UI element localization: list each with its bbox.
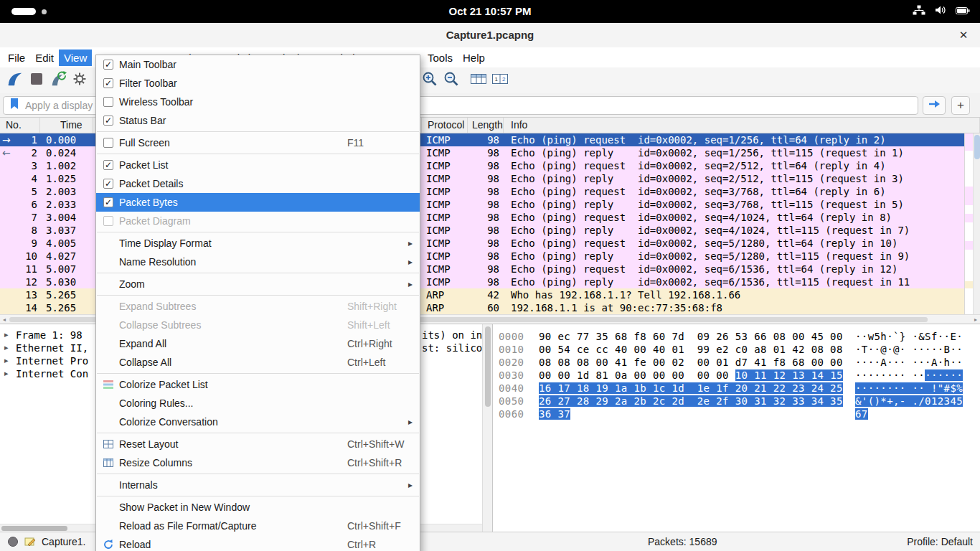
restart-capture-button[interactable] xyxy=(47,70,69,90)
add-filter-button[interactable]: + xyxy=(951,96,970,115)
expert-info-icon[interactable] xyxy=(7,536,19,547)
system-top-bar: Oct 21 10:57 PM xyxy=(0,0,980,23)
menu-item-label: Status Bar xyxy=(119,115,166,126)
scroll-left-arrow-icon[interactable]: ◂ xyxy=(3,316,6,323)
checkbox-checked-icon: ✓ xyxy=(103,78,113,88)
cell-length: 98 xyxy=(468,250,504,263)
view-menu-item-reload[interactable]: ReloadCtrl+R xyxy=(96,535,420,551)
clock[interactable]: Oct 21 10:57 PM xyxy=(0,0,980,23)
bytes-row[interactable]: 005026 27 28 29 2a 2b 2c 2d 2e 2f 30 31 … xyxy=(499,395,980,408)
normal-size-button[interactable]: 12 xyxy=(489,70,511,90)
bytes-row[interactable]: 001000 54 ce cc 40 00 40 01 99 e2 c0 a8 … xyxy=(499,343,980,356)
view-menu-item-zoom[interactable]: Zoom▸ xyxy=(96,275,420,293)
menubar-item-view[interactable]: View xyxy=(59,50,92,66)
details-vscrollbar[interactable] xyxy=(482,324,492,532)
cell-info: Echo (ping) request id=0x0002, seq=5/128… xyxy=(504,237,980,250)
column-header-info[interactable]: Info xyxy=(504,118,980,133)
cell-no: 7 xyxy=(0,211,40,224)
view-menu-item-main-toolbar[interactable]: ✓Main Toolbar xyxy=(96,55,420,74)
expander-icon[interactable]: ▸ xyxy=(4,329,9,342)
view-menu-item-filter-toolbar[interactable]: ✓Filter Toolbar xyxy=(96,74,420,93)
cell-time: 2.033 xyxy=(40,198,93,211)
bytes-row[interactable]: 003000 00 1d 81 0a 00 00 00 00 00 10 11 … xyxy=(499,369,980,382)
view-menu-item-packet-diagram[interactable]: Packet Diagram xyxy=(96,212,420,230)
menubar-item-edit[interactable]: Edit xyxy=(30,50,59,66)
cell-no: 12 xyxy=(0,276,40,288)
view-menu-item-wireless-toolbar[interactable]: Wireless Toolbar xyxy=(96,93,420,111)
expander-icon[interactable]: ▸ xyxy=(4,367,9,380)
packet-minimap[interactable] xyxy=(965,133,973,314)
column-header-length[interactable]: Length xyxy=(468,118,504,133)
capture-options-button[interactable] xyxy=(69,70,90,90)
view-menu-item-coloring-rules[interactable]: Coloring Rules... xyxy=(96,394,420,413)
column-header-time[interactable]: Time xyxy=(40,118,93,133)
start-capture-button[interactable] xyxy=(4,70,26,90)
view-menu-item-show-packet-in-new-window[interactable]: Show Packet in New Window xyxy=(96,498,420,517)
ascii-selection: ······ xyxy=(925,369,963,381)
submenu-arrow-icon: ▸ xyxy=(408,257,413,267)
view-menu-item-colorize-packet-list[interactable]: Colorize Packet List xyxy=(96,375,420,394)
expander-icon[interactable]: ▸ xyxy=(4,342,9,354)
scrollbar-thumb[interactable] xyxy=(974,135,980,159)
menu-item-label: Packet Bytes xyxy=(119,197,178,208)
view-menu-item-collapse-all[interactable]: Collapse AllCtrl+Left xyxy=(96,353,420,372)
cell-no: 13 xyxy=(0,288,40,301)
zoom-out-button[interactable] xyxy=(440,70,462,90)
minimap-segment xyxy=(965,222,973,241)
view-menu-item-reload-as-file-format-capture[interactable]: Reload as File Format/CaptureCtrl+Shift+… xyxy=(96,517,420,535)
bytes-row[interactable]: 002008 08 08 00 41 fe 00 02 00 01 d7 41 … xyxy=(499,356,980,369)
view-menu-item-packet-list[interactable]: ✓Packet List xyxy=(96,156,420,174)
menu-item-label: Internals xyxy=(119,479,158,491)
packet-list-scrollbar[interactable] xyxy=(973,133,980,314)
bytes-row[interactable]: 006036 3767 xyxy=(499,408,980,420)
view-menu-item-expand-all[interactable]: Expand AllCtrl+Right xyxy=(96,334,420,353)
cell-length: 98 xyxy=(468,159,504,172)
view-menu-item-colorize-conversation[interactable]: Colorize Conversation▸ xyxy=(96,413,420,431)
stop-capture-button[interactable] xyxy=(26,70,47,90)
bookmark-icon[interactable] xyxy=(9,98,19,113)
cell-length: 42 xyxy=(468,288,504,301)
expander-icon[interactable]: ▸ xyxy=(4,354,9,367)
scroll-right-arrow-icon[interactable]: ▸ xyxy=(974,316,977,323)
view-menu-item-packet-bytes[interactable]: ✓Packet Bytes xyxy=(96,193,420,212)
view-menu-item-collapse-subtrees[interactable]: Collapse SubtreesShift+Left xyxy=(96,316,420,334)
resize-columns-button[interactable] xyxy=(468,70,489,90)
details-hscrollbar-thumb[interactable] xyxy=(1,526,67,531)
view-menu-item-name-resolution[interactable]: Name Resolution▸ xyxy=(96,253,420,271)
zoom-in-button[interactable] xyxy=(419,70,440,90)
cell-length: 98 xyxy=(468,237,504,250)
menubar-item-tools[interactable]: Tools xyxy=(423,50,458,66)
byte-offset: 0020 xyxy=(499,356,532,369)
view-menu-item-full-screen[interactable]: Full ScreenF11 xyxy=(96,133,420,152)
menubar-item-file[interactable]: File xyxy=(3,50,30,66)
bytes-row[interactable]: 000090 ec 77 35 68 f8 60 7d 09 26 53 66 … xyxy=(499,330,980,343)
view-menu-item-packet-details[interactable]: ✓Packet Details xyxy=(96,174,420,193)
ascii-column: ··w5h·`} ·&Sf··E· xyxy=(855,330,963,343)
apply-filter-button[interactable] xyxy=(923,96,946,115)
view-menu-item-internals[interactable]: Internals▸ xyxy=(96,476,420,494)
packet-list-side xyxy=(964,133,980,314)
gear-icon xyxy=(72,71,88,90)
bytes-row[interactable]: 004016 17 18 19 1a 1b 1c 1d 1e 1f 20 21 … xyxy=(499,382,980,395)
column-header-protocol[interactable]: Protocol xyxy=(422,118,468,133)
menubar-item-help[interactable]: Help xyxy=(458,50,490,66)
view-menu-item-status-bar[interactable]: ✓Status Bar xyxy=(96,111,420,130)
cell-time: 1.002 xyxy=(40,159,93,172)
capture-comment-icon[interactable] xyxy=(24,536,36,547)
checkbox-checked-icon: ✓ xyxy=(103,60,113,70)
column-header-no[interactable]: No. xyxy=(0,118,40,133)
cell-info: Who has 192.168.1.1? Tell 192.168.1.66 xyxy=(504,288,980,301)
menu-item-gutter: ✓ xyxy=(100,179,116,189)
network-tree-icon[interactable] xyxy=(913,5,925,18)
view-menu-item-resize-columns[interactable]: Resize ColumnsCtrl+Shift+R xyxy=(96,453,420,472)
view-menu-item-expand-subtrees[interactable]: Expand SubtreesShift+Right xyxy=(96,297,420,316)
minimap-segment xyxy=(965,187,973,205)
view-menu-item-time-display-format[interactable]: Time Display Format▸ xyxy=(96,234,420,253)
window-titlebar[interactable]: Capture1.pcapng ✕ xyxy=(0,23,980,47)
view-menu-item-reset-layout[interactable]: Reset LayoutCtrl+Shift+W xyxy=(96,435,420,453)
battery-icon[interactable] xyxy=(956,5,970,18)
profile-label[interactable]: Profile: Default xyxy=(907,536,973,547)
details-vscrollbar-thumb[interactable] xyxy=(485,326,491,407)
volume-icon[interactable] xyxy=(935,5,946,18)
close-button[interactable]: ✕ xyxy=(953,23,974,47)
